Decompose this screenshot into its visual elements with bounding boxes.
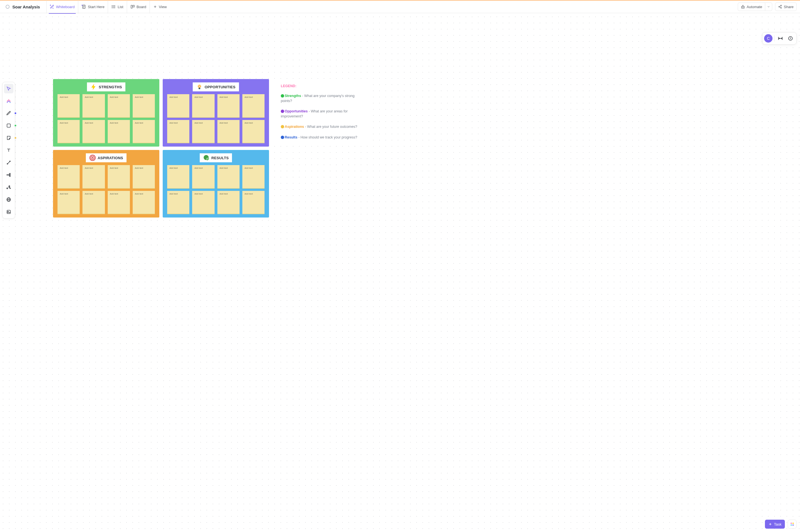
sticky-note[interactable]: Add text: [167, 120, 189, 143]
sticky-note[interactable]: Add text: [167, 191, 189, 214]
status-circle-icon: [6, 5, 10, 9]
tab-add-view[interactable]: View: [149, 0, 170, 14]
fit-width-button[interactable]: [776, 34, 785, 43]
page-title-group[interactable]: Soar Analysis: [3, 3, 42, 11]
sticky-note[interactable]: Add text: [108, 94, 130, 117]
tool-pen[interactable]: [4, 109, 14, 118]
svg-point-29: [10, 161, 11, 162]
tool-sticky[interactable]: [4, 133, 14, 143]
sticky-note[interactable]: Add text: [217, 191, 239, 214]
tool-select[interactable]: [4, 84, 14, 93]
share-icon: [778, 5, 782, 9]
legend-label: Aspirations: [285, 125, 304, 129]
svg-rect-38: [7, 210, 11, 214]
sticky-note[interactable]: Add text: [242, 94, 265, 117]
svg-rect-55: [793, 523, 794, 524]
apps-button[interactable]: [788, 520, 797, 529]
sticky-note[interactable]: Add text: [192, 94, 214, 117]
tool-mindmap[interactable]: [4, 170, 14, 180]
sticky-note[interactable]: Add text: [57, 120, 80, 143]
tool-clickup[interactable]: +: [4, 96, 14, 106]
sticky-note[interactable]: Add text: [242, 191, 265, 214]
svg-rect-25: [7, 124, 11, 127]
new-task-button[interactable]: Task: [765, 520, 785, 529]
sticky-note[interactable]: Add text: [83, 120, 105, 143]
sticky-note[interactable]: Add text: [108, 191, 130, 214]
info-icon: [788, 36, 793, 41]
tab-whiteboard[interactable]: ✦ Whiteboard: [46, 0, 78, 14]
svg-rect-47: [199, 88, 200, 89]
sticky-note[interactable]: Add text: [192, 120, 214, 143]
plus-icon: [768, 522, 772, 526]
apps-grid-icon: [790, 522, 794, 526]
legend-item: Strengths - What are your company's stro…: [281, 94, 361, 103]
tool-text[interactable]: [4, 146, 14, 155]
pen-icon: [6, 111, 11, 116]
sticky-note[interactable]: Add text: [83, 94, 105, 117]
sticky-note[interactable]: Add text: [217, 165, 239, 188]
list-icon: [111, 4, 116, 9]
sticky-note[interactable]: Add text: [108, 165, 130, 188]
svg-point-50: [92, 157, 93, 159]
sticky-note[interactable]: Add text: [108, 120, 130, 143]
legend-item: Opportunities - What are your areas for …: [281, 109, 361, 119]
color-dot: [15, 112, 16, 114]
sticky-note[interactable]: Add text: [167, 165, 189, 188]
sticky-note[interactable]: Add text: [57, 94, 80, 117]
sticky-note[interactable]: Add text: [217, 94, 239, 117]
automate-button[interactable]: Automate: [738, 2, 765, 11]
whiteboard-canvas[interactable]: + C: [0, 14, 800, 532]
svg-point-19: [781, 5, 782, 6]
sticky-note[interactable]: Add text: [133, 94, 155, 117]
svg-point-45: [790, 38, 791, 38]
svg-point-34: [10, 176, 11, 176]
sticky-note[interactable]: Add text: [57, 165, 80, 188]
sticky-note[interactable]: Add text: [242, 120, 265, 143]
tool-image[interactable]: [4, 207, 14, 217]
share-label: Share: [784, 5, 794, 9]
sticky-note[interactable]: Add text: [217, 120, 239, 143]
tool-connector[interactable]: [4, 158, 14, 167]
sticky-note[interactable]: Add text: [192, 191, 214, 214]
svg-point-20: [779, 6, 780, 7]
legend-title: LEGEND:: [281, 84, 361, 88]
automate-label: Automate: [747, 5, 762, 9]
sticky-note[interactable]: Add text: [57, 191, 80, 214]
svg-rect-11: [133, 5, 134, 7]
top-bar: Soar Analysis ✦ Whiteboard ✦ Start Here …: [0, 0, 800, 13]
board-icon: [130, 4, 135, 9]
avatar-initial: C: [767, 36, 770, 41]
sticky-note[interactable]: Add text: [133, 120, 155, 143]
sticky-note[interactable]: Add text: [133, 165, 155, 188]
sticky-note[interactable]: Add text: [242, 165, 265, 188]
notes-grid: Add textAdd textAdd textAdd textAdd text…: [167, 94, 265, 143]
tab-start-here[interactable]: ✦ Start Here: [78, 0, 108, 14]
quadrant-aspirations: ASPIRATIONSAdd textAdd textAdd textAdd t…: [53, 150, 159, 217]
tool-shape[interactable]: [4, 121, 14, 130]
automate-dropdown-button[interactable]: [765, 2, 772, 11]
legend-label: Results: [285, 135, 297, 139]
svg-line-30: [8, 162, 10, 164]
sticky-note[interactable]: Add text: [192, 165, 214, 188]
tab-board[interactable]: Board: [127, 0, 150, 14]
share-button[interactable]: Share: [775, 2, 797, 11]
soar-board: STRENGTHSAdd textAdd textAdd textAdd tex…: [53, 79, 269, 217]
quadrant-header: RESULTS: [200, 153, 232, 162]
square-icon: [6, 123, 11, 128]
user-avatar[interactable]: C: [764, 34, 772, 43]
svg-point-31: [7, 175, 7, 175]
mindmap-icon: [6, 172, 11, 177]
tool-web[interactable]: [4, 195, 14, 204]
sparkle-icon: ✦: [49, 4, 52, 7]
sticky-note[interactable]: Add text: [83, 165, 105, 188]
legend-label: Opportunities: [285, 109, 308, 113]
tool-ai[interactable]: [4, 183, 14, 192]
info-button[interactable]: [786, 34, 795, 43]
sticky-note[interactable]: Add text: [133, 191, 155, 214]
clickup-icon: +: [6, 98, 11, 103]
sticky-note[interactable]: Add text: [83, 191, 105, 214]
sticky-note[interactable]: Add text: [167, 94, 189, 117]
tab-label: List: [117, 5, 123, 9]
tab-list[interactable]: List: [108, 0, 127, 14]
legend-panel: LEGEND: Strengths - What are your compan…: [274, 79, 368, 146]
